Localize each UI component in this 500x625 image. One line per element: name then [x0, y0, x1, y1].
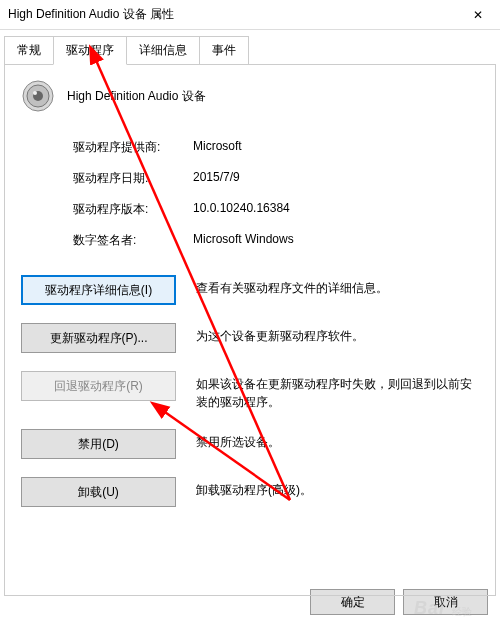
driver-details-button[interactable]: 驱动程序详细信息(I) — [21, 275, 176, 305]
device-name: High Definition Audio 设备 — [67, 88, 206, 105]
signer-value: Microsoft Windows — [193, 232, 294, 249]
tab-events[interactable]: 事件 — [199, 36, 249, 64]
disable-desc: 禁用所选设备。 — [196, 429, 479, 451]
provider-value: Microsoft — [193, 139, 242, 156]
close-button[interactable]: ✕ — [455, 0, 500, 30]
titlebar: High Definition Audio 设备 属性 ✕ — [0, 0, 500, 30]
update-driver-desc: 为这个设备更新驱动程序软件。 — [196, 323, 479, 345]
version-label: 驱动程序版本: — [73, 201, 193, 218]
version-value: 10.0.10240.16384 — [193, 201, 290, 218]
update-driver-button[interactable]: 更新驱动程序(P)... — [21, 323, 176, 353]
date-value: 2015/7/9 — [193, 170, 240, 187]
svg-point-3 — [33, 91, 37, 95]
close-icon: ✕ — [473, 8, 483, 22]
disable-button[interactable]: 禁用(D) — [21, 429, 176, 459]
date-label: 驱动程序日期: — [73, 170, 193, 187]
tab-strip: 常规 驱动程序 详细信息 事件 — [0, 32, 500, 64]
driver-info: 驱动程序提供商: Microsoft 驱动程序日期: 2015/7/9 驱动程序… — [73, 139, 479, 249]
speaker-icon — [21, 79, 55, 113]
tab-driver[interactable]: 驱动程序 — [53, 36, 127, 65]
tab-panel-driver: High Definition Audio 设备 驱动程序提供商: Micros… — [4, 64, 496, 596]
signer-label: 数字签名者: — [73, 232, 193, 249]
uninstall-desc: 卸载驱动程序(高级)。 — [196, 477, 479, 499]
rollback-driver-button: 回退驱动程序(R) — [21, 371, 176, 401]
device-header: High Definition Audio 设备 — [21, 79, 479, 113]
window-title: High Definition Audio 设备 属性 — [8, 6, 455, 23]
tab-details[interactable]: 详细信息 — [126, 36, 200, 64]
rollback-driver-desc: 如果该设备在更新驱动程序时失败，则回退到以前安装的驱动程序。 — [196, 371, 479, 411]
tab-general[interactable]: 常规 — [4, 36, 54, 64]
driver-details-desc: 查看有关驱动程序文件的详细信息。 — [196, 275, 479, 297]
uninstall-button[interactable]: 卸载(U) — [21, 477, 176, 507]
provider-label: 驱动程序提供商: — [73, 139, 193, 156]
